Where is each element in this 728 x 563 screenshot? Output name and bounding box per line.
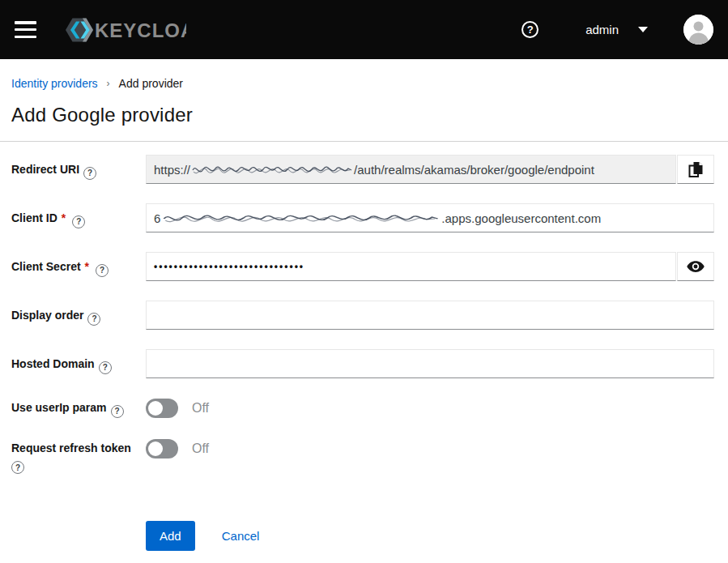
required-marker: * [62, 211, 66, 224]
chevron-down-icon [638, 27, 648, 32]
required-marker: * [85, 260, 89, 273]
use-userip-label-text: Use userIp param [11, 401, 107, 414]
breadcrumb-separator-icon: › [107, 78, 110, 89]
display-order-input[interactable] [146, 301, 714, 330]
avatar[interactable] [683, 15, 713, 45]
add-button[interactable]: Add [146, 521, 195, 551]
client-secret-masked-value: •••••••••••••••••••••••••••••• [154, 261, 304, 272]
username-label: admin [585, 23, 619, 36]
use-userip-state: Off [192, 401, 209, 416]
hosted-domain-label: Hosted Domain? [11, 349, 146, 374]
use-userip-toggle[interactable] [146, 399, 178, 418]
hosted-domain-help-icon[interactable]: ? [99, 361, 112, 374]
show-secret-button[interactable] [677, 252, 714, 281]
client-secret-help-icon[interactable]: ? [96, 264, 109, 277]
redirect-uri-help-icon[interactable]: ? [83, 167, 96, 180]
client-secret-row: Client Secret*? ••••••••••••••••••••••••… [11, 252, 714, 281]
client-id-field[interactable]: 6 .apps.googleusercontent.com [146, 203, 714, 232]
client-id-label: Client ID*? [11, 203, 146, 228]
redirect-uri-label-text: Redirect URI [11, 163, 79, 176]
client-id-label-text: Client ID [11, 211, 57, 224]
hosted-domain-label-text: Hosted Domain [11, 357, 95, 370]
breadcrumb-identity-providers-link[interactable]: Identity providers [11, 77, 98, 90]
cancel-button[interactable]: Cancel [222, 529, 260, 543]
display-order-row: Display order? [11, 301, 714, 330]
use-userip-help-icon[interactable]: ? [111, 405, 124, 418]
copy-button[interactable] [677, 155, 714, 184]
client-id-row: Client ID*? 6 .apps.googleusercontent.co… [11, 203, 714, 232]
form-actions: Add Cancel [11, 521, 714, 551]
client-id-suffix: .apps.googleusercontent.com [441, 211, 601, 225]
redirect-uri-field[interactable]: https:// /auth/realms/akamas/broker/goog… [146, 155, 676, 184]
hosted-domain-input[interactable] [146, 349, 714, 378]
request-refresh-token-label-text: Request refresh token [11, 441, 131, 454]
breadcrumb-current: Add provider [119, 77, 183, 90]
person-icon [683, 15, 713, 45]
header-right-group: ? admin [522, 15, 713, 45]
client-id-prefix: 6 [154, 211, 160, 225]
hosted-domain-row: Hosted Domain? [11, 349, 714, 378]
copy-icon [688, 161, 704, 178]
display-order-help-icon[interactable]: ? [87, 313, 100, 326]
keycloak-logo[interactable]: KEYCLOAK [58, 15, 186, 45]
keycloak-logo-icon: KEYCLOAK [58, 15, 186, 45]
display-order-label: Display order? [11, 301, 146, 326]
use-userip-row: Use userIp param? Off [11, 398, 714, 418]
request-refresh-token-state: Off [192, 441, 209, 456]
client-secret-label: Client Secret*? [11, 252, 146, 277]
request-refresh-token-help-icon[interactable]: ? [11, 461, 24, 474]
redirect-uri-prefix: https:// [154, 163, 190, 177]
use-userip-label: Use userIp param? [11, 398, 146, 418]
request-refresh-token-label: Request refresh token ? [11, 438, 146, 474]
display-order-label-text: Display order [11, 309, 83, 322]
request-refresh-token-row: Request refresh token ? Off [11, 438, 714, 474]
request-refresh-token-toggle[interactable] [146, 439, 178, 459]
redirect-uri-row: Redirect URI? https:// /auth/realms/akam… [11, 155, 714, 184]
user-dropdown[interactable]: admin [585, 23, 648, 36]
help-icon[interactable]: ? [522, 21, 539, 38]
redirect-uri-label: Redirect URI? [11, 155, 146, 180]
svg-text:KEYCLOAK: KEYCLOAK [95, 19, 186, 41]
redacted-scribble [191, 161, 353, 177]
eye-icon [687, 260, 705, 273]
app-header: KEYCLOAK ? admin [0, 0, 728, 59]
page-title: Add Google provider [11, 104, 728, 126]
client-secret-label-text: Client Secret [11, 260, 81, 273]
client-secret-field[interactable]: •••••••••••••••••••••••••••••• [146, 252, 676, 281]
breadcrumb: Identity providers › Add provider [0, 59, 728, 90]
hamburger-menu-icon[interactable] [15, 21, 36, 38]
redirect-uri-suffix: /auth/realms/akamas/broker/google/endpoi… [354, 163, 594, 177]
add-google-provider-form: Redirect URI? https:// /auth/realms/akam… [0, 142, 728, 551]
redacted-scribble [161, 210, 441, 226]
client-id-help-icon[interactable]: ? [72, 215, 85, 228]
